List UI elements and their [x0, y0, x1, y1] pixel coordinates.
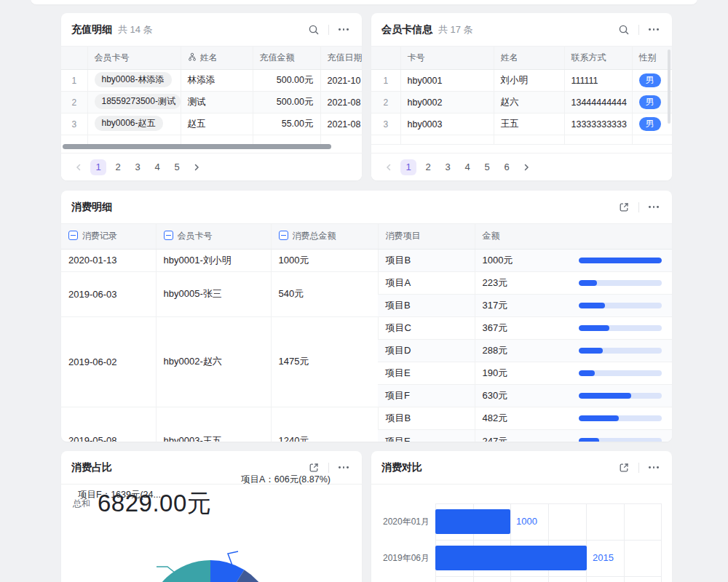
divider — [328, 463, 329, 473]
cell-amount: 223元 — [475, 271, 672, 294]
pagination-next[interactable] — [189, 159, 205, 175]
cell-amount: 367元 — [475, 316, 672, 339]
more-icon[interactable] — [336, 22, 352, 38]
cell-contact: 13333333333 — [564, 113, 632, 135]
category-label: 2019年06月 — [377, 552, 430, 565]
page-number[interactable]: 4 — [459, 159, 475, 175]
consumption-table: 消费记录会员卡号消费总金额消费项目金额 2020-01-13hby0001-刘小… — [61, 224, 672, 442]
more-icon[interactable] — [646, 199, 662, 215]
bar[interactable] — [435, 509, 510, 534]
gridline — [586, 503, 587, 582]
dashboard: 充值明细 共 14 条 会员卡号姓名充值金额充值日期 1hby0008-林添添林… — [0, 0, 728, 582]
page-number[interactable]: 4 — [149, 159, 165, 175]
cell-project: 项目B — [378, 249, 475, 271]
page-number[interactable]: 2 — [420, 159, 436, 175]
member-pagination: 123456 — [371, 153, 672, 180]
cell-amount: 500.00元 — [253, 70, 320, 92]
pagination-next[interactable] — [518, 159, 534, 175]
page-number[interactable]: 1 — [90, 159, 106, 175]
pie-chart[interactable] — [61, 524, 362, 582]
gridline — [435, 503, 661, 504]
cell-project: 项目F — [378, 384, 475, 407]
collapse-group-icon[interactable] — [68, 231, 78, 240]
amount-bar-fill — [579, 258, 662, 263]
amount-bar-track — [579, 415, 662, 421]
table-row: 3hby0006-赵五赵五55.00元2021-08 — [61, 113, 362, 135]
table-row: 1hby0001刘小明111111男 — [371, 70, 672, 92]
member-panel: 会员卡信息 共 17 条 卡号姓名联系方式性别 1hby0001刘小明11111… — [371, 13, 672, 180]
recharge-table-header: 会员卡号姓名充值金额充值日期 — [61, 47, 362, 70]
row-index: 1 — [61, 70, 87, 92]
gridline — [435, 540, 661, 541]
cell-name: 赵五 — [181, 113, 253, 135]
cell-contact: 13444444444 — [564, 92, 632, 113]
recharge-panel: 充值明细 共 14 条 会员卡号姓名充值金额充值日期 1hby0008-林添添林… — [61, 13, 362, 180]
amount-bar-fill — [579, 348, 603, 354]
column-header: 消费记录 — [61, 224, 156, 249]
gender-badge: 男 — [639, 117, 661, 131]
more-icon[interactable] — [646, 460, 662, 476]
divider — [638, 463, 639, 473]
cell-member-card: hby0001-刘小明 — [156, 249, 271, 271]
cell-amount: 288元 — [475, 339, 672, 362]
panel-title: 消费占比 — [71, 461, 112, 474]
expand-icon[interactable] — [616, 460, 632, 476]
collapse-group-icon[interactable] — [279, 231, 288, 240]
cell-amount: 630元 — [475, 384, 672, 407]
cell-project: 项目E — [378, 429, 475, 442]
column-header: 金额 — [475, 224, 672, 249]
page-number[interactable]: 2 — [110, 159, 126, 175]
cell-card-no: hby0003 — [400, 113, 494, 135]
consumption-panel-header: 消费明细 — [61, 191, 672, 224]
barchart-panel-header: 消费对比 — [371, 451, 672, 485]
search-icon[interactable] — [616, 22, 632, 38]
page-number[interactable]: 6 — [499, 159, 515, 175]
cell-project: 项目D — [378, 339, 475, 362]
member-card-pill: hby0008-林添添 — [95, 72, 172, 87]
page-number[interactable]: 3 — [130, 159, 146, 175]
expand-icon[interactable] — [616, 199, 632, 215]
amount-bar-fill — [579, 280, 597, 286]
pagination-prev[interactable] — [381, 159, 397, 175]
cell-record-date: 2019-05-08 — [61, 407, 156, 442]
row-index: 1 — [371, 70, 400, 92]
cell-contact: 111111 — [564, 70, 632, 92]
bar-chart[interactable]: 2020年01月10002019年06月2015 — [371, 485, 672, 582]
horizontal-scrollbar[interactable] — [63, 144, 331, 149]
consumption-table-header: 消费记录会员卡号消费总金额消费项目金额 — [61, 224, 672, 249]
cell-member-card: hby0002-赵六 — [156, 316, 271, 407]
cell-name: 林添添 — [181, 70, 253, 92]
cell-gender: 男 — [632, 92, 672, 113]
collapse-group-icon[interactable] — [164, 231, 173, 240]
table-row: 2hby0002赵六13444444444男 — [371, 92, 672, 113]
page-number[interactable]: 1 — [400, 159, 416, 175]
page-number[interactable]: 3 — [440, 159, 456, 175]
member-panel-header: 会员卡信息 共 17 条 — [371, 13, 672, 46]
cell-member-card: hby0005-张三 — [156, 271, 271, 316]
amount-bar-fill — [579, 438, 599, 442]
pagination-prev[interactable] — [71, 159, 87, 175]
page-number[interactable]: 5 — [479, 159, 495, 175]
amount-value: 482元 — [483, 412, 508, 423]
cell-date: 2021-10 — [320, 70, 362, 92]
page-number[interactable]: 5 — [169, 159, 185, 175]
amount-bar-fill — [579, 370, 595, 376]
cell-amount: 190元 — [475, 362, 672, 384]
cell-member-card: hby0008-林添添 — [87, 70, 181, 92]
table-row: 1hby0008-林添添林添添500.00元2021-10 — [61, 70, 362, 92]
amount-bar-track — [579, 325, 662, 331]
partial-row — [61, 135, 362, 145]
gridline — [624, 503, 625, 582]
column-header: 会员卡号 — [87, 47, 181, 70]
column-header: 姓名 — [181, 47, 253, 70]
cell-project: 项目A — [378, 271, 475, 294]
cell-name: 赵六 — [494, 92, 564, 113]
amount-value: 190元 — [483, 367, 508, 378]
more-icon[interactable] — [336, 460, 352, 476]
cell-project: 项目B — [378, 407, 475, 429]
bar[interactable] — [435, 546, 587, 570]
vertical-scrollbar[interactable] — [668, 49, 670, 124]
more-icon[interactable] — [646, 22, 662, 38]
search-icon[interactable] — [306, 22, 322, 38]
gridline — [435, 576, 661, 577]
